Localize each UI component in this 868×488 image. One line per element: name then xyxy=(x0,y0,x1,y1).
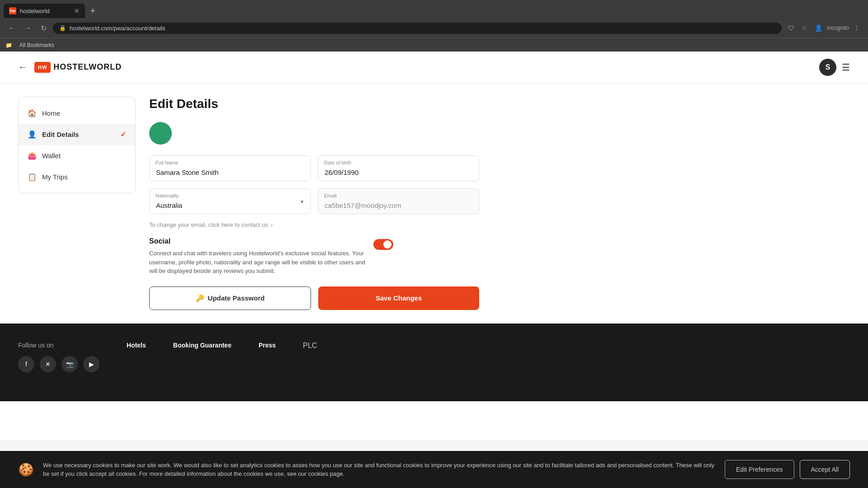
nationality-email-row: Nationality Australia United States Unit… xyxy=(149,188,479,214)
dob-field-group: Date of birth xyxy=(318,155,479,181)
main-content: Edit Details Full Name Date of birth Nat… xyxy=(149,97,479,310)
forward-button[interactable]: → xyxy=(22,22,34,34)
sidebar-item-wallet[interactable]: 👛 Wallet xyxy=(19,145,135,166)
logo-text: HOSTELWORLD xyxy=(53,62,122,72)
follow-us-label: Follow us on xyxy=(18,342,99,349)
logo-box: HW xyxy=(34,62,51,73)
action-buttons: 🔑 Update Password Save Changes xyxy=(149,286,479,310)
wallet-icon: 👛 xyxy=(28,151,37,160)
footer-booking-heading: Booking Guarantee xyxy=(173,342,231,349)
name-dob-row: Full Name Date of birth xyxy=(149,155,479,181)
email-field-group: Email xyxy=(318,188,479,214)
update-password-label: Update Password xyxy=(208,294,265,302)
nationality-select[interactable]: Australia United States United Kingdom xyxy=(149,188,311,214)
social-toggle[interactable] xyxy=(373,239,393,250)
incognito-badge: Incognito xyxy=(827,25,849,31)
close-tab-button[interactable]: ✕ xyxy=(74,7,80,14)
reload-button[interactable]: ↻ xyxy=(38,22,49,34)
address-bar[interactable]: 🔒 hostelworld.com/pwa/account/details xyxy=(53,23,782,34)
dob-label: Date of birth xyxy=(324,160,351,165)
nationality-label: Nationality xyxy=(156,193,179,198)
footer-hotels-heading: Hotels xyxy=(127,342,146,349)
bookmarks-bar-link[interactable]: All Bookmarks xyxy=(19,42,54,48)
profile-button[interactable]: 👤 xyxy=(812,23,825,33)
browser-tab[interactable]: hw hostelworld ✕ xyxy=(4,4,85,18)
full-name-field-group: Full Name xyxy=(149,155,311,181)
sidebar-item-wallet-label: Wallet xyxy=(42,152,61,160)
youtube-icon[interactable]: ▶ xyxy=(83,356,99,372)
social-section: Social Connect and chat with travelers u… xyxy=(149,237,479,276)
footer-company: PLC xyxy=(303,342,317,350)
tab-title: hostelworld xyxy=(20,8,71,14)
email-label: Email xyxy=(324,193,337,198)
hamburger-menu-button[interactable]: ☰ xyxy=(842,62,850,73)
bookmarks-folder-icon: 📁 xyxy=(5,42,12,48)
change-email-text: To change your email, click here to cont… xyxy=(149,221,268,228)
dob-input[interactable] xyxy=(318,155,479,181)
check-icon: ✓ xyxy=(120,130,126,139)
company-label: PLC xyxy=(303,342,317,349)
footer-follow-section: Follow us on f ✕ 📷 ▶ xyxy=(18,342,99,372)
cookie-actions: Edit Preferences Accept All xyxy=(725,460,850,479)
trips-icon: 📋 xyxy=(28,173,37,181)
twitter-x-icon[interactable]: ✕ xyxy=(40,356,56,372)
sidebar-item-home[interactable]: 🏠 Home xyxy=(19,103,135,124)
lock-icon: 🔒 xyxy=(59,25,66,31)
toggle-slider xyxy=(373,239,393,250)
cookie-icon: 🍪 xyxy=(18,462,34,477)
key-icon: 🔑 xyxy=(196,294,204,302)
social-description: Connect and chat with travelers using Ho… xyxy=(149,249,366,276)
full-name-input[interactable] xyxy=(149,155,311,181)
user-avatar-button[interactable]: S xyxy=(819,59,836,76)
tab-favicon: hw xyxy=(9,7,16,14)
menu-dots-button[interactable]: ⋮ xyxy=(851,23,863,33)
page-title: Edit Details xyxy=(149,97,479,111)
user-icon: 👤 xyxy=(28,130,37,139)
update-password-button[interactable]: 🔑 Update Password xyxy=(149,286,311,310)
sidebar-item-edit-details[interactable]: 👤 Edit Details ✓ xyxy=(19,124,135,145)
footer: Follow us on f ✕ 📷 ▶ Hotels Booking Guar… xyxy=(0,324,868,401)
email-input[interactable] xyxy=(318,188,479,214)
sidebar: 🏠 Home 👤 Edit Details ✓ 👛 Wallet 📋 My Tr… xyxy=(18,97,136,193)
change-email-link[interactable]: To change your email, click here to cont… xyxy=(149,221,479,228)
sidebar-item-home-label: Home xyxy=(42,109,60,117)
user-avatar-circle xyxy=(149,122,172,145)
sidebar-item-edit-details-label: Edit Details xyxy=(42,131,79,138)
footer-links: Hotels Booking Guarantee Press xyxy=(127,342,276,354)
accept-all-button[interactable]: Accept All xyxy=(800,460,850,479)
footer-col-booking: Booking Guarantee xyxy=(173,342,231,354)
instagram-icon[interactable]: 📷 xyxy=(61,356,78,372)
cookie-banner: 🍪 We use necessary cookies to make our s… xyxy=(0,451,868,488)
cookie-message: We use necessary cookies to make our sit… xyxy=(43,461,716,479)
footer-col-hotels: Hotels xyxy=(127,342,146,354)
facebook-icon[interactable]: f xyxy=(18,356,34,372)
social-title: Social xyxy=(149,237,366,245)
sidebar-item-my-trips-label: My Trips xyxy=(42,173,68,181)
nationality-field-group: Nationality Australia United States Unit… xyxy=(149,188,311,214)
edit-preferences-button[interactable]: Edit Preferences xyxy=(725,460,794,479)
address-text: hostelworld.com/pwa/account/details xyxy=(70,25,165,32)
site-header: ← HW HOSTELWORLD S ☰ xyxy=(0,52,868,83)
footer-press-heading: Press xyxy=(259,342,276,349)
logo[interactable]: HW HOSTELWORLD xyxy=(34,62,122,73)
back-navigation-button[interactable]: ← xyxy=(18,62,27,72)
save-changes-button[interactable]: Save Changes xyxy=(318,286,479,310)
back-button[interactable]: ← xyxy=(5,22,18,34)
full-name-label: Full Name xyxy=(156,160,178,165)
new-tab-button[interactable]: + xyxy=(87,6,99,16)
home-icon: 🏠 xyxy=(28,109,37,117)
sidebar-item-my-trips[interactable]: 📋 My Trips xyxy=(19,166,135,188)
footer-col-press: Press xyxy=(259,342,276,354)
shield-icon[interactable]: 🛡 xyxy=(785,23,797,33)
arrow-right-icon: › xyxy=(271,221,273,228)
bookmark-star-icon[interactable]: ☆ xyxy=(799,23,810,33)
